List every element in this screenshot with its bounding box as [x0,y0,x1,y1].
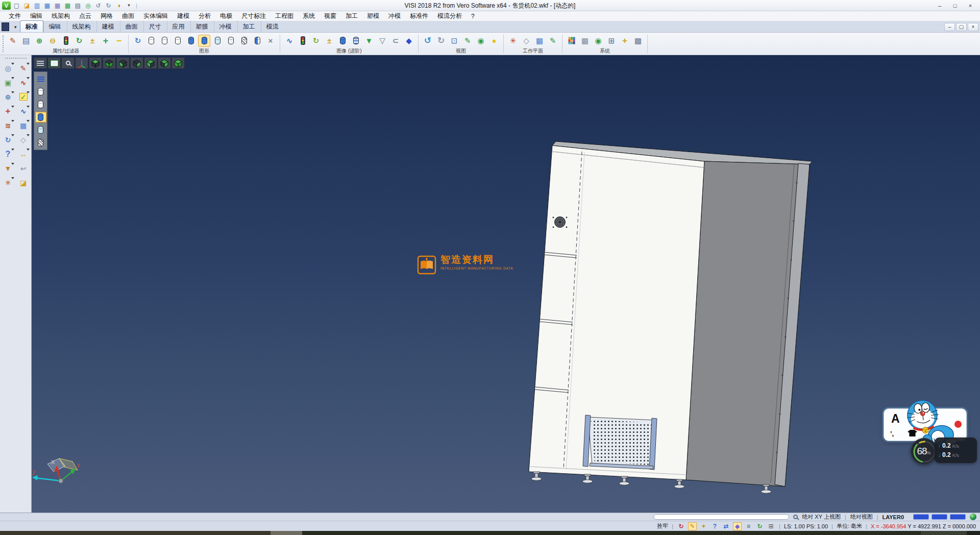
network-speed-panel[interactable]: ↑ 0.2 K/s ↓ 0.2 K/s [935,437,977,463]
menu-item[interactable]: 系统 [298,12,320,20]
ribbon-tab[interactable]: 塑膜 [190,20,214,32]
tab-overflow-caret-icon[interactable]: ▾ [11,25,20,30]
sketch-delete-icon[interactable]: ✎ [17,62,30,74]
zoom-select-icon[interactable]: ◎ [2,62,15,74]
mdi-minimize-button[interactable]: – [944,23,955,31]
advanced-graphics-icon[interactable]: ∿ [283,35,296,47]
ribbon-tab[interactable]: 曲面 [120,20,143,32]
measure-distance-icon[interactable]: ↔ [17,148,30,160]
active-layer-indicator[interactable]: LAYER0 [883,514,904,520]
menu-item[interactable]: 编辑 [26,12,47,20]
undo-sidebar-icon[interactable]: ↩ [17,162,30,174]
layers-palette-icon[interactable]: ≋ [2,119,15,131]
render-ball-icon[interactable]: ● [488,35,500,47]
grid-toggle-icon[interactable]: ⊞ [767,522,775,530]
grid-plane-icon[interactable]: ▦ [17,119,30,131]
ribbon-tab[interactable]: 应用 [167,20,190,32]
selection-filter-icon[interactable] [60,35,72,47]
calculator-icon[interactable]: ▦ [579,35,591,47]
menu-item[interactable]: 分析 [194,12,215,20]
sketch-curve-icon[interactable]: ∿ [17,77,30,88]
point-select-icon[interactable]: + [619,35,631,47]
mixed-display-icon[interactable] [251,35,263,47]
view-indicator[interactable]: 绝对 XY 上视图 [802,513,841,521]
print-icon[interactable]: ▤ [74,2,82,10]
vending-machine-model[interactable] [529,141,812,493]
search-icon[interactable] [793,515,798,519]
zoom-window-plane-icon[interactable]: ⊡ [448,35,460,47]
ribbon-tab[interactable]: 冲模 [214,20,237,32]
mdi-close-button[interactable]: × [968,23,978,31]
wcs-compass-icon[interactable]: ✳ [2,177,15,188]
command-search-input[interactable] [653,514,789,520]
mdi-restore-button[interactable]: ▢ [956,23,967,31]
advanced-toggle-icon[interactable]: ± [323,35,335,47]
funnel-view-icon[interactable]: ▽ [376,35,388,47]
hide-all-icon[interactable]: − [113,35,125,47]
redraw-icon[interactable]: ↻ [132,35,144,47]
maximize-button[interactable]: □ [947,1,963,10]
system-settings-icon[interactable]: ◉ [592,35,604,47]
sidebar-grip[interactable] [5,58,27,59]
window-settings-icon[interactable]: ⊞ [605,35,618,47]
shaded-display-icon[interactable] [185,35,197,47]
workplane-align-icon[interactable]: ◇ [520,35,532,47]
pan-view-icon[interactable]: ↻ [435,35,447,47]
new-file-icon[interactable]: ▢ [12,2,21,10]
performance-gauge[interactable]: 68 % [911,438,937,465]
status-globe-icon[interactable] [970,514,976,520]
menu-item[interactable]: 尺寸标注 [237,12,271,20]
menu-item[interactable]: 塑模 [362,12,384,20]
active-cube-icon[interactable]: ◆ [733,522,742,530]
save-all-icon[interactable]: ▦ [63,2,72,10]
ribbon-tab[interactable]: 线架构 [67,20,96,32]
menu-item[interactable]: 冲模 [384,12,405,20]
menu-item[interactable]: 标准件 [405,12,433,20]
menu-item[interactable]: 实体编辑 [139,12,173,20]
shaded-edges-display-icon[interactable] [198,35,210,47]
insert-view-icon[interactable]: ▼ [363,35,375,47]
menu-item[interactable]: 文件 [4,12,26,20]
menu-item[interactable]: 模流分析 [433,12,467,20]
transparent-display-icon[interactable] [211,35,224,47]
drop-view-icon[interactable]: ◆ [403,35,415,47]
workplane-grid-icon[interactable]: ▦ [533,35,546,47]
ribbon-tab[interactable]: 尺寸 [143,20,167,32]
advanced-filter-icon[interactable] [297,35,309,47]
striped-column-icon[interactable] [350,35,362,47]
close-button[interactable]: × [963,1,978,10]
remove-visible-icon[interactable]: ⊖ [46,35,59,47]
move-origin-icon[interactable]: + [2,105,15,117]
rotate-view-icon[interactable]: ↺ [422,35,434,47]
layer-color-bar[interactable] [950,514,966,520]
list-panel-icon[interactable]: ≡ [744,522,753,530]
ribbon-tab[interactable]: 加工 [237,20,261,32]
import-file-icon[interactable]: ▥ [33,2,41,10]
export-arrows-icon[interactable]: ⇄ [722,522,730,530]
eye-view-icon[interactable]: ◉ [475,35,487,47]
snap-settings-icon[interactable]: ↻ [677,522,685,530]
dashed-hidden-display-icon[interactable] [172,35,184,47]
ribbon-tab[interactable]: 建模 [96,20,120,32]
help-query-icon[interactable]: ? [2,148,15,160]
edit-active-icon[interactable]: ✎ [688,522,697,530]
undo-icon[interactable]: ↺ [94,2,103,10]
add-visible-icon[interactable]: ⊕ [33,35,45,47]
regen-icon[interactable]: ↻ [2,134,15,145]
advanced-refresh-icon[interactable]: ↻ [310,35,322,47]
menu-item[interactable]: 视窗 [320,12,341,20]
flat-display-icon[interactable] [225,35,237,47]
macro-grid-icon[interactable]: ▩ [632,35,644,47]
toggle-visibility-icon[interactable]: ± [86,35,99,47]
snap-lock-toggle[interactable]: 拴牢 [657,522,668,530]
minimize-button[interactable]: – [932,1,947,10]
redo-icon[interactable]: ↻ [104,2,113,10]
layer-color-bar[interactable] [913,514,929,520]
menu-item[interactable]: 加工 [341,12,362,20]
confirm-check-icon[interactable]: ✓ [17,91,30,103]
3d-viewport[interactable]: 智造资料网 INTELLIGENT MANUFACTURING DATA X Y… [32,55,980,513]
section-column-icon[interactable] [336,35,349,47]
plane-bounds-icon[interactable]: ▣ [2,77,15,88]
menu-item[interactable]: 电极 [215,12,237,20]
toolbar-grip[interactable] [3,35,4,52]
